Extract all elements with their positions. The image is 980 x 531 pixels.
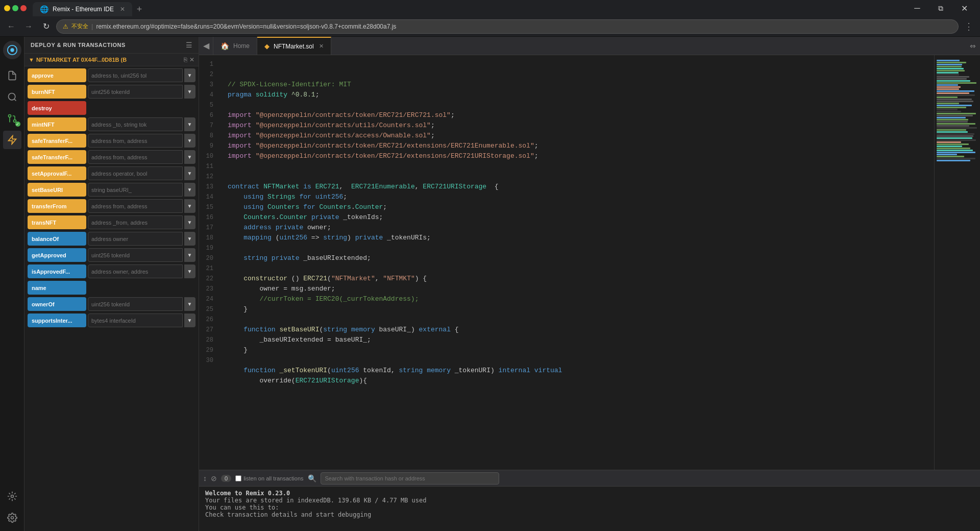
code-editor-content[interactable]: 1234567891011121314151617181920212223242… [199,55,934,470]
fn-dropdown-4[interactable]: ▼ [184,134,195,148]
code-line: using Counters for Counters.Counter; [219,202,934,212]
terminal-expand-btn[interactable]: ↕ [203,474,207,482]
fn-btn-ownerof[interactable]: ownerOf [28,297,86,311]
browser-settings-btn[interactable]: ⋮ [962,19,976,34]
fn-input-1[interactable] [88,85,183,99]
fn-btn-transnft[interactable]: transNFT [28,215,86,229]
fn-btn-isapprovedf[interactable]: isApprovedF... [28,264,86,278]
security-warning-icon: ⚠ [63,23,68,30]
code-line: // SPDX-License-Identifier: MIT [219,80,934,90]
new-tab-btn[interactable]: + [132,2,146,16]
fn-dropdown-11[interactable]: ▼ [184,248,195,262]
terminal-search-input[interactable] [321,472,499,485]
files-icon[interactable] [3,66,21,85]
win-minimize-btn[interactable]: ─ [905,1,929,15]
terminal-toolbar: ↕ ⊘ 0 listen on all transactions 🔍 [199,470,980,487]
window-maximize-btn[interactable] [12,5,18,11]
fn-btn-safetransferf[interactable]: safeTransferF... [28,134,86,148]
copy-address-icon[interactable]: ⎘ [184,56,187,63]
fn-input-0[interactable] [88,68,183,82]
fn-input-9[interactable] [88,215,183,229]
fn-btn-name[interactable]: name [28,281,86,295]
fn-input-4[interactable] [88,134,183,148]
forward-btn[interactable]: → [21,19,36,34]
remix-logo-icon[interactable] [3,41,21,59]
fn-dropdown-8[interactable]: ▼ [184,199,195,213]
settings-icon[interactable] [3,509,21,527]
fn-btn-supportsinter[interactable]: supportsInter... [28,313,86,327]
code-content[interactable]: // SPDX-License-Identifier: MITpragma so… [219,55,934,470]
tab-close-nftmarket-icon[interactable]: ✕ [319,43,324,50]
contract-expand-icon[interactable]: ▼ [29,57,34,63]
code-line: string private _baseURIextended; [219,253,934,263]
deploy-panel: DEPLOY & RUN TRANSACTIONS ☰ ▼ NFTMARKET … [24,37,199,531]
win-restore-btn[interactable]: ⧉ [929,1,952,15]
deploy-panel-collapse-btn[interactable]: ☰ [186,41,192,49]
code-line: //currToken = IERC20(_currTokenAddress); [219,294,934,304]
fn-input-5[interactable] [88,150,183,164]
code-line: mapping (uint256 => string) private _tok… [219,233,934,243]
fn-dropdown-14[interactable]: ▼ [184,297,195,311]
reload-btn[interactable]: ↻ [39,19,53,34]
listen-checkbox[interactable] [235,475,241,481]
fn-input-8[interactable] [88,199,183,213]
back-btn[interactable]: ← [4,19,18,34]
code-line: import "@openzeppelin/contracts/token/ER… [219,110,934,120]
fn-dropdown-12[interactable]: ▼ [184,264,195,278]
fn-btn-setbaseuri[interactable]: setBaseURI [28,183,86,197]
fn-dropdown-9[interactable]: ▼ [184,215,195,229]
browser-tab[interactable]: 🌐 Remix - Ethereum IDE ✕ [33,2,132,16]
fn-input-7[interactable] [88,183,183,197]
fn-btn-approve[interactable]: approve [28,68,86,82]
tab-navigation-left[interactable]: ◀ [199,37,213,55]
terminal-clear-btn[interactable]: ⊘ [211,474,217,482]
fn-btn-transferfrom[interactable]: transferFrom [28,199,86,213]
fn-dropdown-0[interactable]: ▼ [184,68,195,82]
fn-dropdown-1[interactable]: ▼ [184,85,195,99]
fn-btn-burnnft[interactable]: burnNFT [28,85,86,99]
minimap-line [937,82,976,84]
tab-close-icon[interactable]: ✕ [120,6,125,13]
home-tab-label: Home [233,42,250,50]
fn-dropdown-15[interactable]: ▼ [184,313,195,327]
fn-input-15[interactable] [88,313,183,327]
address-bar[interactable]: ⚠ 不安全 | remix.ethereum.org/#optimize=fal… [56,19,959,34]
minimap-line [937,131,968,133]
minimap-line [937,117,966,118]
fn-dropdown-5[interactable]: ▼ [184,150,195,164]
fn-btn-getapproved[interactable]: getApproved [28,248,86,262]
deploy-sidebar-icon[interactable] [3,131,21,149]
fn-input-12[interactable] [88,264,183,278]
minimap-line [937,156,964,157]
fn-input-14[interactable] [88,297,183,311]
fn-input-11[interactable] [88,248,183,262]
close-contract-icon[interactable]: ✕ [189,56,194,63]
fn-input-6[interactable] [88,166,183,180]
fn-dropdown-3[interactable]: ▼ [184,117,195,131]
fn-btn-balanceof[interactable]: balanceOf [28,232,86,246]
fn-btn-mintnft[interactable]: mintNFT [28,117,86,131]
fn-dropdown-6[interactable]: ▼ [184,166,195,180]
fn-btn-setapprovalf[interactable]: setApprovalF... [28,166,86,180]
fn-input-10[interactable] [88,232,183,246]
fn-input-3[interactable] [88,117,183,131]
fn-btn-destroy[interactable]: destroy [28,101,86,115]
win-close-btn[interactable]: ✕ [952,1,976,15]
terminal-sub-msg: Check transaction details and start debu… [205,511,974,518]
deploy-scroll-area[interactable]: ▼ NFTMARKET AT 0X44F...0D81B (B ⎘ ✕ appr… [24,54,199,531]
expand-editor-btn[interactable]: ⇔ [970,42,976,50]
minimap-line [937,148,970,149]
debug-icon[interactable] [3,487,21,505]
fn-dropdown-10[interactable]: ▼ [184,232,195,246]
window-close-btn[interactable] [20,5,27,11]
fn-dropdown-7[interactable]: ▼ [184,183,195,197]
search-sidebar-icon[interactable] [3,88,21,106]
fn-btn-safetransferf[interactable]: safeTransferF... [28,150,86,164]
git-icon[interactable]: ✓ [3,109,21,128]
line-number: 10 [199,151,219,161]
editor-tab-nftmarket[interactable]: ◆ NFTMarket.sol ✕ [257,37,331,55]
terminal-search-btn[interactable]: 🔍 [308,474,316,482]
minimap-line [937,119,968,120]
editor-tab-home[interactable]: 🏠 Home [213,37,257,55]
window-minimize-btn[interactable] [4,5,10,11]
